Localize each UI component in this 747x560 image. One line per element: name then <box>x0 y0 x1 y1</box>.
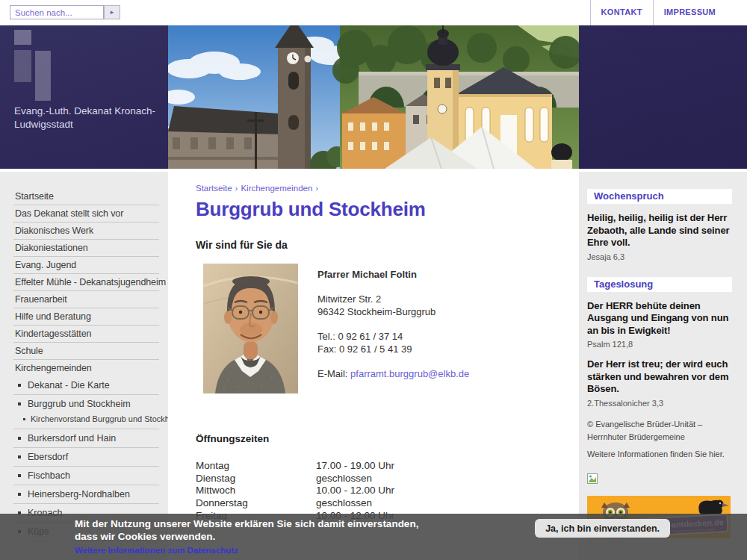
sidebar-item[interactable]: Startseite <box>13 188 159 205</box>
right-sidebar: Wochenspruch Heilig, heilig, heilig ist … <box>579 172 747 560</box>
pastor-contact-card: Pfarrer Michael Foltin Mitwitzer Str. 2 … <box>196 264 557 393</box>
sidebar-item[interactable]: Dekanat - Die Karte <box>13 376 159 395</box>
broken-image-icon <box>587 473 598 484</box>
hours-day: Donnerstag <box>196 497 316 510</box>
site-title: Evang.-Luth. Dekanat Kronach- Ludwigssta… <box>14 105 155 131</box>
hours-row: Donnerstaggeschlossen <box>196 497 557 510</box>
kontakt-link[interactable]: KONTAKT <box>590 0 653 25</box>
header-banner: Evang.-Luth. Dekanat Kronach- Ludwigssta… <box>0 25 747 169</box>
breadcrumb-separator: › <box>235 184 238 193</box>
sidebar-item[interactable]: Diakonisches Werk <box>13 223 159 240</box>
cookie-accept-button[interactable]: Ja, ich bin einverstanden. <box>535 519 670 538</box>
bullet-icon <box>18 493 21 496</box>
pastor-email-line: E-Mail: pfarramt.burggrub@elkb.de <box>317 367 469 381</box>
sidebar-item[interactable]: Ebersdorf <box>13 448 159 467</box>
hours-day: Dienstag <box>196 473 316 485</box>
pastor-photo <box>203 264 298 393</box>
sidebar-item[interactable]: Effelter Mühle - Dekanatsjugendheim <box>13 274 159 291</box>
pastor-phone: Tel.: 0 92 61 / 37 14 Fax: 0 92 61 / 5 4… <box>317 330 469 356</box>
sidebar-item-label: Diakoniestationen <box>15 243 88 253</box>
sidebar-item-label: Kindertagesstätten <box>15 329 91 339</box>
header-church-photos <box>168 25 579 169</box>
sidebar-item-label: Dekanat - Die Karte <box>28 380 110 391</box>
topbar-links: KONTAKT IMPRESSUM <box>590 0 726 25</box>
wochenspruch-source: Jesaja 6,3 <box>587 252 732 261</box>
tageslosung-source: 2.Thessalonicher 3,3 <box>587 399 732 408</box>
sidebar-item-label: Diakonisches Werk <box>15 225 93 236</box>
search-submit-button[interactable]: ▸ <box>104 5 120 19</box>
sidebar-item-label: Heinersberg-Nordhalben <box>28 489 130 500</box>
sidebar-item-label: Startseite <box>15 191 54 202</box>
opening-hours-table: Montag17.00 - 19.00 UhrDienstaggeschloss… <box>196 460 557 523</box>
breadcrumb-link-startseite[interactable]: Startseite <box>196 184 232 193</box>
breadcrumb: Startseite›Kirchengemeinden› <box>196 184 557 193</box>
page-title: Burggrub und Stockheim <box>196 198 557 221</box>
pastor-contact-info: Pfarrer Michael Foltin Mitwitzer Str. 2 … <box>317 264 469 393</box>
tageslosung-verse: Der HERR behüte deinen Ausgang und Einga… <box>587 300 732 337</box>
hours-heading: Öffnungszeiten <box>196 433 557 444</box>
bullet-icon <box>18 402 21 405</box>
breadcrumb-link-kirchengemeinden[interactable]: Kirchengemeinden <box>241 184 312 193</box>
sidebar-item-label: Kirchenvorstand Burggrub und Stockheim <box>31 414 183 423</box>
pastor-address: Mitwitzer Str. 2 96342 Stockheim-Burggru… <box>317 293 469 319</box>
bullet-icon <box>23 418 25 420</box>
search-form: ▸ <box>10 5 120 19</box>
sidebar-item[interactable]: Evang. Jugend <box>13 257 159 274</box>
hours-row: Mittwoch10.00 - 12.00 Uhr <box>196 485 557 497</box>
tageslosung-source: Psalm 121,8 <box>587 340 732 349</box>
bullet-icon <box>18 384 21 387</box>
cookie-consent-bar: Mit der Nutzung unserer Website erklären… <box>0 514 747 560</box>
sidebar-item-label: Ebersdorf <box>28 452 68 462</box>
sidebar-item-label: Schule <box>15 346 43 356</box>
cookie-message: Mit der Nutzung unserer Website erklären… <box>75 517 418 543</box>
arrow-right-icon: ▸ <box>111 8 114 16</box>
impressum-link[interactable]: IMPRESSUM <box>653 0 726 25</box>
body: StartseiteDas Dekanat stellt sich vorDia… <box>0 172 747 560</box>
bullet-icon <box>18 474 21 477</box>
email-link[interactable]: pfarramt.burggrub@elkb.de <box>350 368 469 379</box>
tageslosung-verse: Der Herr ist treu; der wird euch stärken… <box>587 358 732 396</box>
sidebar-item[interactable]: Diakoniestationen <box>13 240 159 257</box>
datenschutz-link[interactable]: Weitere Informationen zum Datenschutz <box>75 546 238 555</box>
site-logo-block[interactable]: Evang.-Luth. Dekanat Kronach- Ludwigssta… <box>0 25 168 169</box>
hours-time: 10.00 - 12.00 Uhr <box>316 485 394 497</box>
intro-heading: Wir sind für Sie da <box>196 239 557 251</box>
sidebar-item-label: Hilfe und Beratung <box>15 311 91 322</box>
tageslosung-more-info: Weitere Informationen finden Sie hier. <box>587 449 732 458</box>
sidebar-item-label: Fischbach <box>28 470 70 481</box>
sidebar-item[interactable]: Schule <box>13 343 159 360</box>
sidebar-item[interactable]: Kirchengemeinden <box>13 360 159 376</box>
pastor-name: Pfarrer Michael Foltin <box>317 268 469 281</box>
sidebar-item[interactable]: Fischbach <box>13 467 159 485</box>
sidebar-item[interactable]: Hilfe und Beratung <box>13 308 159 326</box>
sidebar-item[interactable]: Kirchenvorstand Burggrub und Stockheim <box>13 413 159 429</box>
bullet-icon <box>18 455 21 458</box>
sidebar-item[interactable]: Burkersdorf und Hain <box>13 429 159 448</box>
sidebar: StartseiteDas Dekanat stellt sich vorDia… <box>0 172 168 560</box>
sidebar-item[interactable]: Kindertagesstätten <box>13 326 159 343</box>
hours-row: Montag17.00 - 19.00 Uhr <box>196 460 557 473</box>
topbar: ▸ KONTAKT IMPRESSUM <box>0 0 747 25</box>
main-content: Startseite›Kirchengemeinden› Burggrub un… <box>168 172 579 560</box>
search-input[interactable] <box>10 5 104 19</box>
sidebar-item-label: Frauenarbeit <box>15 294 67 305</box>
page: ▸ KONTAKT IMPRESSUM Evang.-Luth. Dekanat… <box>0 0 747 560</box>
hours-time: 17.00 - 19.00 Uhr <box>316 460 394 473</box>
sidebar-item-label: Evang. Jugend <box>15 260 76 270</box>
sidebar-item-label: Das Dekanat stellt sich vor <box>15 208 123 219</box>
hours-day: Montag <box>196 460 316 473</box>
church-photo-montage <box>168 25 579 169</box>
sidebar-item-label: Kirchengemeinden <box>15 363 92 373</box>
tageslosung-heading: Tageslosung <box>587 277 732 292</box>
sidebar-item[interactable]: Burggrub und Stockheim <box>13 395 159 413</box>
sidebar-item[interactable]: Frauenarbeit <box>13 291 159 308</box>
hours-row: Dienstaggeschlossen <box>196 473 557 485</box>
hours-time: geschlossen <box>316 497 372 510</box>
wochenspruch-heading: Wochenspruch <box>587 189 732 204</box>
sidebar-item-label: Burggrub und Stockheim <box>28 399 131 409</box>
sidebar-item[interactable]: Das Dekanat stellt sich vor <box>13 205 159 223</box>
hours-time: geschlossen <box>316 473 372 485</box>
sidebar-item[interactable]: Heinersberg-Nordhalben <box>13 485 159 504</box>
sidebar-item-label: Effelter Mühle - Dekanatsjugendheim <box>15 277 166 287</box>
breadcrumb-separator: › <box>315 184 318 193</box>
